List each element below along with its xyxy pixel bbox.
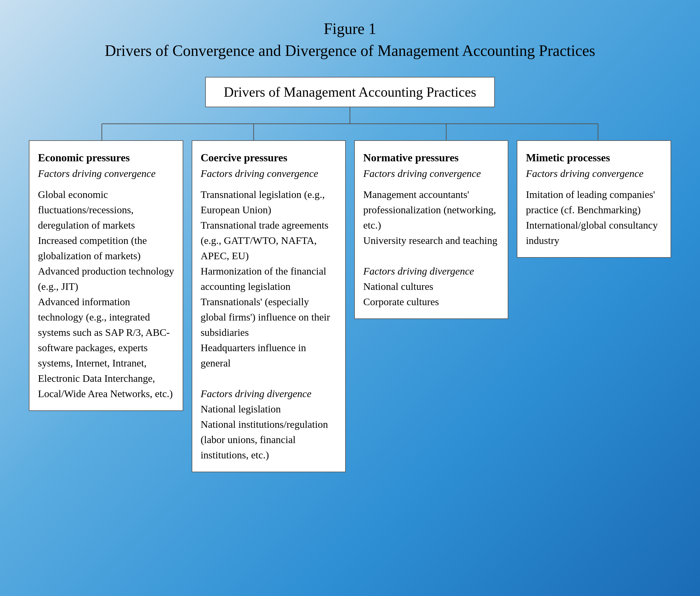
card-economic-subtitle: Factors driving convergence	[38, 166, 174, 181]
diagram-wrapper: Figure 1 Drivers of Convergence and Dive…	[12, 18, 688, 472]
card-mimetic-body: Imitation of leading companies' practice…	[526, 187, 662, 248]
card-coercive-body: Transnational legislation (e.g., Europea…	[201, 187, 337, 463]
card-normative-title: Normative pressures	[363, 150, 499, 166]
card-normative-divergence-subtitle: Factors driving divergence	[363, 266, 474, 277]
card-normative: Normative pressures Factors driving conv…	[354, 140, 508, 319]
card-economic-title: Economic pressures	[38, 150, 174, 166]
card-mimetic-title: Mimetic processes	[526, 150, 662, 166]
card-coercive-title: Coercive pressures	[201, 150, 337, 166]
tree-connector-svg	[29, 107, 671, 140]
card-economic-body: Global economic fluctuations/recessions,…	[38, 187, 174, 401]
card-coercive-divergence-subtitle: Factors driving divergence	[201, 388, 311, 399]
card-normative-body: Management accountants' professionalizat…	[363, 187, 499, 309]
card-economic: Economic pressures Factors driving conve…	[29, 140, 183, 411]
bottom-row: Economic pressures Factors driving conve…	[29, 140, 671, 472]
top-box: Drivers of Management Accounting Practic…	[205, 77, 495, 107]
card-normative-subtitle: Factors driving convergence	[363, 166, 499, 181]
card-coercive-subtitle: Factors driving convergence	[201, 166, 337, 181]
card-mimetic-subtitle: Factors driving convergence	[526, 166, 662, 181]
figure-title: Figure 1 Drivers of Convergence and Dive…	[105, 18, 596, 62]
card-coercive: Coercive pressures Factors driving conve…	[192, 140, 346, 472]
card-mimetic: Mimetic processes Factors driving conver…	[517, 140, 671, 258]
